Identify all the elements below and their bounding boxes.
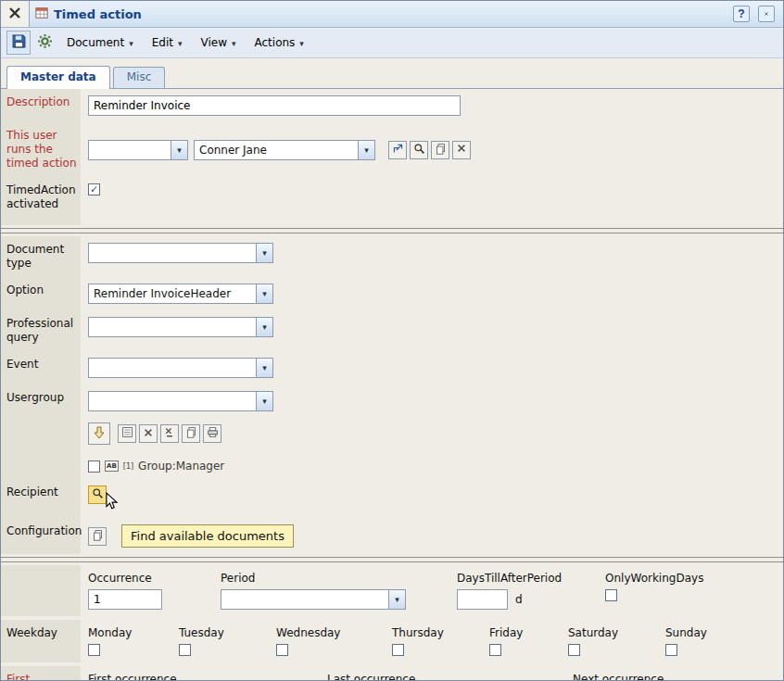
list-button[interactable] (118, 424, 136, 443)
chevron-down-icon (232, 36, 236, 49)
timedaction-activated-checkbox[interactable] (88, 183, 100, 195)
days-till-field: DaysTillAfterPeriod d (457, 572, 605, 610)
search-user-button[interactable] (410, 141, 428, 159)
professional-query-value (89, 318, 256, 336)
search-icon (92, 487, 104, 502)
weekday-monday: Monday (88, 626, 179, 656)
description-input[interactable] (88, 95, 461, 116)
chevron-down-icon[interactable] (171, 141, 187, 159)
member-index: [1] (123, 462, 133, 471)
tab-master-data[interactable]: Master data (6, 66, 110, 89)
option-select[interactable]: Reminder InvoiceHeader (88, 284, 273, 304)
event-label: Event (1, 351, 81, 385)
menu-actions[interactable]: Actions (247, 32, 312, 53)
tuesday-checkbox[interactable] (179, 644, 191, 656)
menu-view[interactable]: View (192, 32, 244, 53)
window-title: Timed action (54, 7, 142, 21)
search-icon (413, 143, 425, 158)
clear-user-button[interactable] (452, 141, 471, 159)
user-role-value (89, 141, 171, 159)
gear-icon (37, 33, 53, 52)
schedule-row: Occurrence Period DaysTillAfterPeriod d … (1, 565, 783, 616)
period-select[interactable] (221, 589, 406, 610)
menu-edit[interactable]: Edit (144, 32, 191, 53)
separator (1, 228, 783, 233)
copy-icon (185, 426, 197, 441)
chevron-down-icon[interactable] (256, 318, 272, 336)
weekday-row: Weekday Monday Tuesday Wednesday Thursda… (1, 620, 783, 662)
monday-checkbox[interactable] (88, 644, 100, 656)
x-icon (7, 6, 22, 23)
chevron-down-icon (178, 36, 183, 49)
run-user-value: Conner Jane (195, 141, 358, 159)
wednesday-checkbox[interactable] (276, 644, 288, 656)
chevron-down-icon (299, 36, 304, 49)
usergroup-select[interactable] (88, 391, 273, 411)
list-icon (121, 426, 133, 441)
chevron-down-icon[interactable] (256, 244, 272, 262)
menu-actions-label: Actions (255, 36, 296, 49)
chevron-down-icon[interactable] (358, 141, 374, 159)
usergroup-toolbar (88, 422, 221, 445)
friday-checkbox[interactable] (489, 644, 501, 656)
ab-badge-icon: AB (105, 460, 119, 472)
thursday-checkbox[interactable] (392, 644, 404, 656)
close-button[interactable] (758, 6, 775, 22)
saturday-checkbox[interactable] (568, 644, 580, 656)
first-occurrence-label: First occurrence (1, 666, 81, 681)
chevron-down-icon[interactable] (388, 590, 405, 609)
tooltip: Find available documents (121, 524, 294, 548)
days-till-header: DaysTillAfterPeriod (457, 572, 605, 585)
remove-all-button[interactable] (160, 424, 179, 443)
print-list-button[interactable] (203, 424, 221, 443)
period-header: Period (221, 572, 457, 585)
menu-edit-label: Edit (152, 36, 173, 49)
activated-label: TimedAction activated (1, 177, 81, 225)
document-type-select[interactable] (88, 243, 273, 263)
weekday-friday: Friday (489, 626, 568, 656)
chevron-down-icon[interactable] (256, 284, 272, 303)
configuration-button[interactable] (88, 527, 107, 546)
add-to-list-button[interactable] (88, 422, 110, 445)
configuration-row: Configuration Find available documents (1, 518, 783, 554)
user-role-select[interactable] (88, 140, 188, 160)
tab-misc[interactable]: Misc (113, 67, 166, 88)
chevron-down-icon[interactable] (256, 392, 272, 410)
document-type-value (89, 244, 256, 262)
event-select[interactable] (88, 358, 273, 378)
professional-query-select[interactable] (88, 317, 273, 337)
copy-user-button[interactable] (431, 141, 449, 159)
refresh-settings-button[interactable] (32, 31, 57, 55)
recipient-row: Recipient (1, 479, 783, 518)
chevron-down-icon (129, 36, 133, 49)
menu-document[interactable]: Document (58, 32, 142, 53)
chevron-down-icon[interactable] (256, 359, 272, 377)
open-record-button[interactable] (388, 141, 407, 159)
save-button[interactable] (6, 31, 31, 55)
days-till-input[interactable] (457, 589, 508, 610)
app-close-logo[interactable] (1, 1, 30, 27)
sunday-checkbox[interactable] (665, 644, 677, 656)
wednesday-label: Wednesday (276, 626, 392, 639)
weekday-tuesday: Tuesday (179, 626, 276, 656)
only-working-days-checkbox[interactable] (605, 589, 617, 601)
recipient-search-button[interactable] (88, 486, 107, 504)
sunday-label: Sunday (665, 626, 707, 639)
description-label: Description (1, 89, 81, 122)
x-icon (456, 143, 467, 157)
run-user-select[interactable]: Conner Jane (194, 140, 375, 160)
weekday-saturday: Saturday (568, 626, 665, 656)
help-button[interactable]: ? (733, 6, 750, 22)
timed-action-window: Timed action ? Document Edit (0, 0, 784, 681)
next-occurrence-field: Next occurrence (573, 673, 761, 681)
menu-view-label: View (200, 36, 226, 49)
member-checkbox[interactable] (88, 460, 100, 473)
professional-query-label: Professional query (1, 310, 81, 351)
remove-entry-button[interactable] (139, 424, 158, 443)
occurrence-input[interactable] (88, 589, 162, 610)
usergroup-value (89, 392, 256, 410)
member-name: Group:Manager (138, 460, 224, 473)
goto-arrow-icon (392, 143, 404, 158)
thursday-label: Thursday (392, 626, 489, 639)
copy-list-button[interactable] (182, 424, 200, 443)
